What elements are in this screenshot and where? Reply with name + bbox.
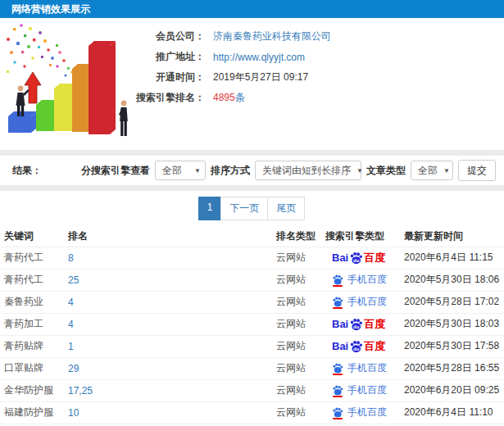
mobile-baidu-badge: 手机百度 [332, 273, 387, 287]
table-row: 膏药代工 8 云网站 Bai du 百度 [0, 247, 504, 269]
promo-url-link[interactable]: http://www.qlyyjt.com [213, 52, 305, 63]
chevron-down-icon: ▼ [438, 167, 450, 174]
pagination-last[interactable]: 尾页 [267, 197, 305, 220]
table-row: 秦鲁药业 4 云网站 手机百度 [0, 291, 504, 313]
pagination: 1 下一页 尾页 [0, 197, 504, 220]
red-underline [333, 418, 343, 419]
rank-cell[interactable]: 4 [68, 313, 276, 335]
keyword-cell: 膏药加工 [0, 313, 68, 335]
updated-cell: 2020年5月28日 16:55 [404, 357, 504, 379]
rank-cell[interactable]: 17,25 [68, 379, 276, 401]
company-link[interactable]: 济南秦鲁药业科技有限公司 [213, 29, 331, 43]
rank-type-cell: 云网站 [276, 269, 325, 291]
baidu-paw-icon: du [349, 251, 363, 265]
chevron-down-icon: ▼ [188, 167, 201, 174]
baidu-paw-icon [332, 296, 343, 307]
keyword-cell: 膏药贴牌 [0, 335, 68, 357]
updated-cell: 2020年6月4日 11:10 [404, 401, 504, 424]
info-list: 会员公司： 济南秦鲁药业科技有限公司 推广地址： http://www.qlyy… [131, 18, 504, 108]
rank-count-value: 4895 [213, 92, 235, 103]
svg-text:du: du [353, 324, 360, 329]
info-card: 会员公司： 济南秦鲁药业科技有限公司 推广地址： http://www.qlyy… [0, 18, 504, 150]
rank-count-suffix: 条 [235, 92, 245, 103]
rank-type-cell: 云网站 [276, 357, 325, 379]
results-table: 关键词 排名 排名类型 搜索引擎类型 最新更新时间 膏药代工 8 云网站 Bai [0, 227, 504, 426]
baidu-paw-icon [332, 274, 343, 285]
submit-button[interactable]: 提交 [458, 160, 496, 181]
promo-url-label: 推广地址： [131, 50, 205, 64]
businessman-right [119, 101, 128, 136]
page-title-text: 网络营销效果展示 [11, 3, 90, 15]
mobile-baidu-badge: 手机百度 [332, 383, 387, 397]
keyword-cell: 福建防护服 [0, 401, 68, 424]
rank-cell[interactable]: 1 [68, 335, 276, 357]
result-label: 结果： [12, 164, 42, 178]
baidu-paw-icon: du [349, 339, 363, 353]
article-type-select-value: 全部 [418, 164, 438, 178]
sort-filter-label: 排序方式 [211, 164, 250, 178]
svg-text:du: du [353, 347, 360, 351]
search-engine-cell: 手机百度 [325, 291, 404, 313]
table-row: 膏药贴牌 1 云网站 Bai du 百度 [0, 335, 504, 357]
search-engine-cell: 手机百度 [325, 357, 404, 379]
keyword-cell: 口罩贴牌 [0, 357, 68, 379]
rank-type-cell: 云网站 [276, 401, 325, 424]
updated-cell: 2020年5月30日 18:03 [404, 313, 504, 335]
updated-cell: 2020年6月20日 09:25 [404, 379, 504, 401]
article-type-select[interactable]: 全部 ▼ [411, 161, 453, 180]
red-underline [333, 396, 343, 397]
baidu-logo: Bai du 百度 [332, 317, 385, 332]
results-card: 1 下一页 尾页 关键词 排名 排名类型 搜索引擎类型 最新更新时间 膏药代工 … [0, 191, 504, 426]
updated-cell: 2020年5月30日 18:06 [404, 269, 504, 291]
updated-cell: 2020年6月4日 11:15 [404, 247, 504, 269]
table-header-row: 关键词 排名 排名类型 搜索引擎类型 最新更新时间 [0, 227, 504, 247]
page-title: 网络营销效果展示 [0, 0, 504, 18]
table-row: 膏药加工 4 云网站 Bai du 百度 [0, 313, 504, 335]
filter-bar: 结果： 分搜索引擎查看 全部 ▼ 排序方式 关键词由短到长排序 ▼ 文章类型 全… [0, 156, 504, 185]
article-type-label: 文章类型 [366, 164, 406, 178]
mobile-baidu-badge: 手机百度 [332, 295, 387, 309]
engine-select-value: 全部 [162, 164, 182, 178]
search-engine-cell: 手机百度 [325, 379, 404, 401]
sort-select[interactable]: 关键词由短到长排序 ▼ [255, 161, 361, 180]
search-engine-cell: Bai du 百度 [325, 335, 404, 357]
keyword-cell: 秦鲁药业 [0, 291, 68, 313]
table-row: 膏药代工 25 云网站 手机百度 [0, 269, 504, 291]
pagination-page-1[interactable]: 1 [198, 197, 222, 220]
search-engine-cell: 手机百度 [325, 269, 404, 291]
chevron-down-icon: ▼ [351, 167, 363, 174]
header-rank: 排名 [68, 227, 276, 247]
info-row-opened: 开通时间： 2019年5月27日 09:17 [131, 67, 504, 88]
rank-type-cell: 云网站 [276, 291, 325, 313]
keyword-cell: 膏药代工 [0, 269, 68, 291]
keyword-cell: 膏药代工 [0, 247, 68, 269]
rank-type-cell: 云网站 [276, 335, 325, 357]
sort-select-value: 关键词由短到长排序 [262, 164, 351, 178]
growth-chart-illustration [2, 21, 141, 146]
rank-type-cell: 云网站 [276, 313, 325, 335]
up-arrow [25, 72, 41, 103]
search-engine-cell: Bai du 百度 [325, 313, 404, 335]
rank-cell[interactable]: 25 [68, 269, 276, 291]
search-engine-cell: Bai du 百度 [325, 247, 404, 269]
baidu-paw-icon: du [349, 317, 363, 331]
rank-cell[interactable]: 29 [68, 357, 276, 379]
rank-type-cell: 云网站 [276, 379, 325, 401]
rank-cell[interactable]: 8 [68, 247, 276, 269]
baidu-logo: Bai du 百度 [332, 339, 385, 354]
keyword-cell: 金华防护服 [0, 379, 68, 401]
rank-cell[interactable]: 4 [68, 291, 276, 313]
info-row-url: 推广地址： http://www.qlyyjt.com [131, 47, 504, 67]
confetti-dots [7, 24, 81, 84]
open-time-label: 开通时间： [131, 70, 205, 84]
updated-cell: 2020年5月30日 17:58 [404, 335, 504, 357]
bar-red [89, 41, 116, 134]
mobile-baidu-badge: 手机百度 [332, 361, 387, 375]
engine-filter-label: 分搜索引擎查看 [81, 164, 150, 178]
pagination-next[interactable]: 下一页 [220, 197, 268, 220]
engine-select[interactable]: 全部 ▼ [155, 161, 206, 180]
rank-cell[interactable]: 10 [68, 401, 276, 424]
header-keyword: 关键词 [0, 227, 68, 247]
red-underline [333, 307, 343, 309]
header-rank-type: 排名类型 [276, 227, 325, 247]
